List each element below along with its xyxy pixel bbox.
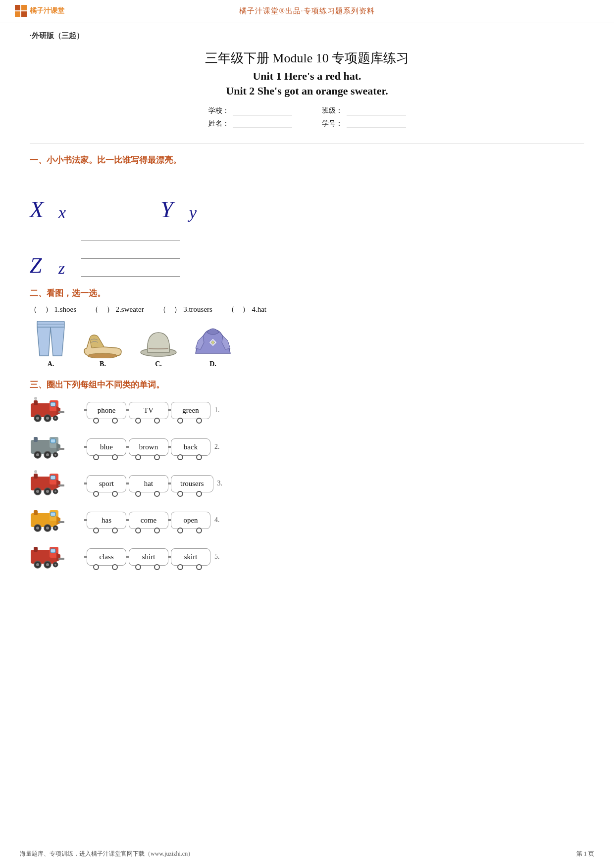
word-green: green <box>182 406 199 414</box>
word-cars-2: blue brown back <box>84 438 210 456</box>
svg-rect-74 <box>58 558 64 560</box>
paren-space-3 <box>168 305 172 314</box>
footer-left: 海量题库、专项训练，进入橘子汁课堂官网下载（www.juzizhi.cn） <box>20 850 194 858</box>
svg-point-57 <box>46 527 49 530</box>
footer-right: 第 1 页 <box>576 850 594 858</box>
letter-X-big: X <box>30 198 59 221</box>
svg-rect-37 <box>34 474 38 479</box>
school-label: 学校： <box>208 107 229 114</box>
footer: 海量题库、专项训练，进入橘子汁课堂官网下载（www.juzizhi.cn） 第 … <box>0 850 614 858</box>
word-hat: hat <box>144 480 153 487</box>
word-has: has <box>102 516 111 524</box>
img-item-D: D. <box>193 324 233 368</box>
choice-4: （ ） 4.hat <box>227 305 266 314</box>
class-input-line <box>347 115 406 115</box>
word-car-sport: sport <box>87 475 126 492</box>
letter-Y-small: y <box>189 204 209 221</box>
word-car-TV: TV <box>129 402 168 419</box>
svg-point-14 <box>46 417 49 420</box>
id-label: 学号： <box>322 120 343 127</box>
word-come: come <box>141 516 156 524</box>
section2-header: 二、看图，选一选。 <box>30 288 584 299</box>
svg-point-43 <box>46 490 49 493</box>
calli-row-1: X x Y y <box>30 172 584 221</box>
train-4-icon <box>30 506 84 534</box>
row-num-1: 1. <box>214 406 224 414</box>
svg-rect-23 <box>34 437 38 442</box>
img-label-B: B. <box>100 360 106 368</box>
letter-Y-big: Y <box>160 198 190 221</box>
word-TV: TV <box>144 406 154 414</box>
title-unit1: Unit 1 Here's a red hat. <box>30 70 584 83</box>
name-input-line <box>233 128 292 128</box>
word-car-skirt: skirt <box>171 548 210 566</box>
choice-label-1: 1.shoes <box>54 305 77 314</box>
choice-label-4: 4.hat <box>252 305 266 314</box>
word-car-green: green <box>171 402 210 419</box>
school-field: 学校： <box>208 106 293 115</box>
paren-open-4: （ <box>227 305 235 314</box>
word-car-has: has <box>87 512 126 529</box>
train-row-4: has come open <box>30 506 584 534</box>
images-row: A. B. <box>35 321 584 368</box>
row-num-2: 2. <box>214 443 224 451</box>
letter-Y-item: Y y <box>160 172 212 221</box>
svg-point-26 <box>36 453 39 456</box>
logo: 橘子汁课堂 <box>15 5 64 17</box>
svg-point-73 <box>54 564 56 566</box>
word-skirt: skirt <box>184 553 198 561</box>
name-field: 姓名： <box>208 119 293 128</box>
paren-space-4 <box>237 305 241 314</box>
paren-close-2: ） <box>106 305 114 314</box>
calligraphy-section: X x Y y Z z <box>30 172 584 277</box>
svg-rect-17 <box>58 411 64 413</box>
svg-point-28 <box>46 453 49 456</box>
line-Z-2 <box>81 245 180 259</box>
row-num-3: 3. <box>217 480 227 487</box>
svg-point-5 <box>211 341 214 344</box>
word-cars-4: has come open <box>84 512 210 529</box>
paren-close-4: ） <box>242 305 250 314</box>
school-row-1: 学校： 班级： <box>30 106 584 115</box>
paren-close-1: ） <box>45 305 52 314</box>
train-row-1: phone TV green <box>30 396 584 424</box>
choice-1: （ ） 1.shoes <box>30 305 76 314</box>
img-item-C: C. <box>139 329 178 368</box>
choice-label-3: 3.trousers <box>183 305 212 314</box>
svg-point-12 <box>36 417 39 420</box>
choice-label-2: 2.sweater <box>116 305 144 314</box>
word-car-trousers: trousers <box>171 475 213 492</box>
img-label-C: C. <box>155 360 162 368</box>
paren-close-3: ） <box>174 305 181 314</box>
school-input-line <box>233 115 292 115</box>
word-brown: brown <box>139 443 158 451</box>
word-car-hat: hat <box>129 475 168 492</box>
word-cars-5: class shirt skirt <box>84 548 210 566</box>
svg-rect-8 <box>34 400 38 405</box>
word-trousers: trousers <box>180 480 204 487</box>
word-car-open: open <box>171 512 210 529</box>
word-shirt: shirt <box>142 553 155 561</box>
svg-rect-67 <box>51 549 55 553</box>
id-input-line <box>347 128 406 128</box>
svg-point-16 <box>54 417 56 419</box>
train-3-icon <box>30 470 84 497</box>
word-sport: sport <box>99 480 114 487</box>
word-blue: blue <box>100 443 113 451</box>
word-phone: phone <box>98 406 116 414</box>
svg-point-30 <box>54 454 56 456</box>
img-item-A: A. <box>35 321 67 368</box>
svg-point-10 <box>34 397 37 400</box>
img-label-D: D. <box>209 360 216 368</box>
train-2-icon <box>30 433 84 461</box>
name-label: 姓名： <box>208 120 229 127</box>
title-block: 三年级下册 Module 10 专项题库练习 Unit 1 Here's a r… <box>30 49 584 97</box>
img-item-B: B. <box>82 326 124 368</box>
img-label-A: A. <box>48 360 54 368</box>
row-num-4: 4. <box>214 516 224 524</box>
svg-point-41 <box>36 490 39 493</box>
logo-icon <box>15 5 27 17</box>
letter-Z-item: Z z <box>30 227 584 277</box>
letter-Z-big: Z <box>30 255 59 277</box>
brand-name: 橘子汁课堂 <box>30 6 64 15</box>
